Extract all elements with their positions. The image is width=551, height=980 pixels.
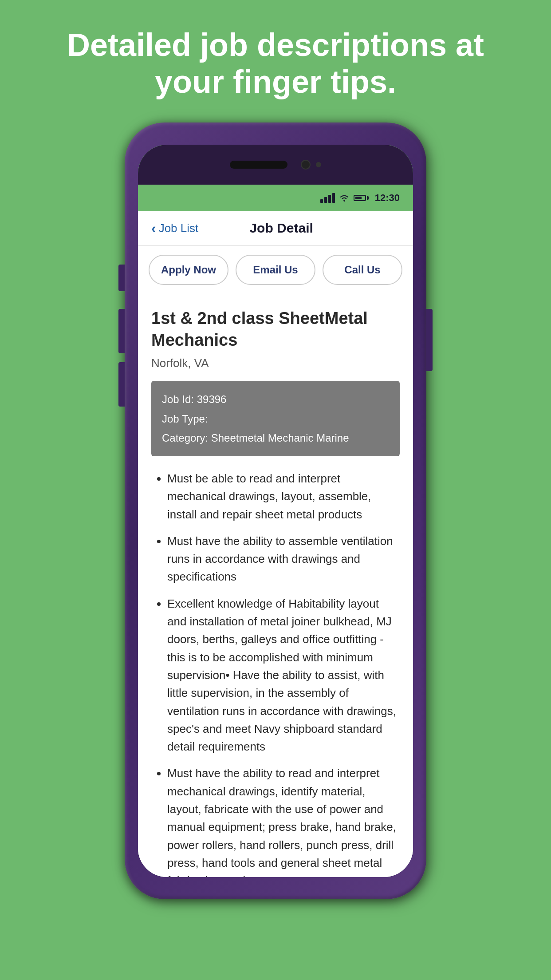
- job-type: Job Type:: [162, 409, 389, 428]
- back-label: Job List: [159, 221, 199, 235]
- job-category: Category: Sheetmetal Mechanic Marine: [162, 428, 389, 447]
- job-description: Must be able to read and interpret mecha…: [151, 470, 400, 877]
- job-detail-content: 1st & 2nd class SheetMetal Mechanics Nor…: [138, 294, 413, 877]
- wifi-icon: [338, 194, 350, 202]
- app-content: ‹ Job List Job Detail Apply Now Email Us…: [138, 211, 413, 877]
- back-button[interactable]: ‹ Job List: [151, 220, 198, 237]
- battery-icon: [354, 195, 369, 201]
- job-bullet-item: Must be able to read and interpret mecha…: [167, 470, 400, 523]
- phone-device: 12:30 ‹ Job List Job Detail Apply Now Em…: [125, 122, 426, 899]
- job-id: Job Id: 39396: [162, 390, 389, 409]
- camera: [301, 160, 311, 170]
- job-bullet-item: Must have the ability to read and interp…: [167, 764, 400, 877]
- time-display: 12:30: [375, 192, 400, 204]
- page-title: Job Detail: [198, 221, 364, 236]
- navigation-bar: ‹ Job List Job Detail: [138, 211, 413, 246]
- sensor: [316, 162, 321, 167]
- power-button: [426, 309, 433, 371]
- signal-icon: [320, 193, 335, 203]
- job-info-box: Job Id: 39396 Job Type: Category: Sheetm…: [151, 381, 400, 456]
- volume-up-button: [118, 265, 125, 291]
- job-title: 1st & 2nd class SheetMetal Mechanics: [151, 308, 400, 352]
- email-us-button[interactable]: Email Us: [236, 255, 315, 285]
- status-icons: 12:30: [320, 192, 400, 204]
- job-location: Norfolk, VA: [151, 356, 400, 370]
- call-us-button[interactable]: Call Us: [323, 255, 402, 285]
- job-bullet-item: Must have the ability to assemble ventil…: [167, 532, 400, 586]
- action-buttons-row: Apply Now Email Us Call Us: [138, 246, 413, 294]
- hero-text: Detailed job descriptions at your finger…: [0, 0, 551, 122]
- job-bullets-list: Must be able to read and interpret mecha…: [151, 470, 400, 877]
- status-bar: 12:30: [138, 185, 413, 211]
- job-bullet-item: Excellent knowledge of Habitability layo…: [167, 595, 400, 756]
- phone-notch: [138, 145, 413, 185]
- volume-down-button: [118, 309, 125, 353]
- svg-point-0: [343, 200, 345, 201]
- speaker: [230, 161, 287, 169]
- phone-screen: 12:30 ‹ Job List Job Detail Apply Now Em…: [138, 145, 413, 877]
- mute-button: [118, 362, 125, 407]
- phone-shell: 12:30 ‹ Job List Job Detail Apply Now Em…: [125, 122, 426, 899]
- apply-now-button[interactable]: Apply Now: [149, 255, 228, 285]
- back-chevron-icon: ‹: [151, 220, 156, 237]
